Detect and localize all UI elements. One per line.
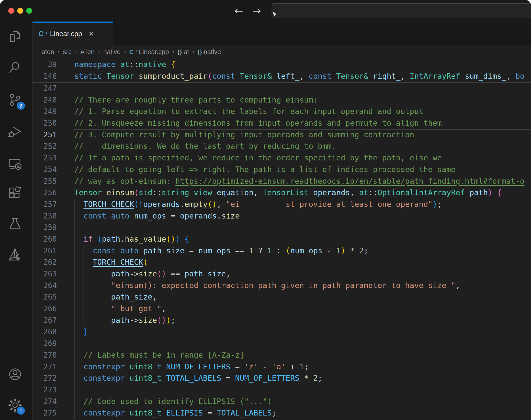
- line-number: 273: [32, 384, 57, 396]
- breadcrumb-item-native[interactable]: native: [103, 48, 121, 56]
- zoom-window-button[interactable]: [26, 8, 32, 14]
- code-line[interactable]: 260 if (path.has_value()) {: [32, 233, 531, 245]
- code-lines: 247248// There are roughly three parts t…: [32, 83, 531, 419]
- sidebar-item-remote-explorer[interactable]: [7, 156, 23, 171]
- breadcrumb-item-linear-cpp[interactable]: C++Linear.cpp: [129, 48, 169, 56]
- code-line[interactable]: 263 path->size() == path_size,: [32, 268, 531, 280]
- title-bar: ← →: [0, 0, 531, 22]
- navigate-forward-button[interactable]: →: [250, 0, 264, 22]
- code-line[interactable]: 274 // Code used to identify ELLIPSIS ("…: [32, 396, 531, 407]
- indent-guide: [74, 407, 75, 419]
- code-line[interactable]: 273: [32, 384, 531, 396]
- line-number: 272: [32, 373, 57, 384]
- code-line[interactable]: 255// way as opt-einsum: https://optimiz…: [32, 175, 531, 187]
- navigate-back-button[interactable]: ←: [232, 0, 246, 22]
- indent-guide: [83, 315, 84, 326]
- code-text: [32, 384, 531, 396]
- line-number: 247: [32, 83, 57, 94]
- indent-guide: [83, 268, 84, 280]
- code-line[interactable]: 258 const auto num_ops = operands.size: [32, 210, 531, 222]
- sidebar-item-settings[interactable]: 1: [7, 398, 23, 413]
- code-line[interactable]: 248// There are roughly three parts to c…: [32, 94, 531, 106]
- sidebar-item-search[interactable]: [7, 60, 23, 75]
- breadcrumb-item-at[interactable]: {}at: [178, 48, 189, 56]
- breadcrumb-item-aten[interactable]: aten: [42, 48, 54, 56]
- close-tab-icon[interactable]: ✕: [89, 30, 94, 38]
- code-text: // 1. Parse equation to extract the labe…: [32, 106, 531, 117]
- code-line[interactable]: 254// default to going left => right. Th…: [32, 164, 531, 175]
- indent-guide: [74, 245, 75, 257]
- line-number: 261: [32, 245, 57, 257]
- code-text: const auto path_size = num_ops == 1 ? 1 …: [32, 245, 531, 257]
- indent-guide: [74, 326, 75, 338]
- close-window-button[interactable]: [8, 8, 14, 14]
- breadcrumb-label: src: [63, 48, 72, 55]
- code-line[interactable]: 257 TORCH_CHECK(!operands.empty(), "ei s…: [32, 198, 531, 210]
- breadcrumb-item-native[interactable]: {}native: [198, 48, 221, 56]
- code-line[interactable]: 262 TORCH_CHECK(: [32, 256, 531, 268]
- line-number: 258: [32, 210, 57, 222]
- tab-linear-cpp[interactable]: C++ Linear.cpp ✕: [32, 22, 113, 45]
- files-icon: [7, 42, 23, 45]
- code-line-current[interactable]: 251// 3. Compute result by multiplying i…: [32, 129, 531, 141]
- code-line[interactable]: 268 }: [32, 326, 531, 338]
- code-line[interactable]: 270 // Labels must be in range [A-Za-z]: [32, 349, 531, 361]
- line-number: 266: [32, 303, 57, 315]
- sidebar-item-accounts[interactable]: [7, 367, 23, 382]
- code-editor[interactable]: 39namespace at::native {146static Tensor…: [32, 59, 531, 420]
- sidebar-item-explorer[interactable]: [7, 30, 23, 45]
- indent-guide: [93, 315, 93, 326]
- code-line[interactable]: 269: [32, 338, 531, 349]
- code-text: path_size,: [32, 291, 531, 303]
- code-line[interactable]: 265 path_size,: [32, 291, 531, 303]
- code-line[interactable]: 271 constexpr uint8_t NUM_OF_LETTERS = '…: [32, 361, 531, 373]
- indent-guide: [74, 268, 75, 280]
- code-line[interactable]: 250// 2. Unsqueeze missing dimensions fr…: [32, 117, 531, 129]
- line-number: 274: [32, 396, 57, 407]
- sidebar-item-cmake-tools[interactable]: [7, 247, 23, 262]
- sticky-scroll: 39namespace at::native {146static Tensor…: [32, 59, 531, 83]
- code-text: constexpr uint8_t NUM_OF_LETTERS = 'z' -…: [32, 361, 531, 373]
- indent-guide: [74, 384, 75, 396]
- breadcrumb-separator-icon: ›: [75, 47, 77, 56]
- minimize-window-button[interactable]: [17, 8, 23, 14]
- code-line[interactable]: 249// 1. Parse equation to extract the l…: [32, 106, 531, 117]
- sidebar-item-source-control[interactable]: 2: [7, 93, 23, 108]
- code-text: // 2. Unsqueeze missing dimensions from …: [32, 117, 531, 129]
- code-line[interactable]: 272 constexpr uint8_t TOTAL_LABELS = NUM…: [32, 373, 531, 384]
- code-line[interactable]: 259: [32, 222, 531, 233]
- code-line[interactable]: 252// dimensions. We do the last part by…: [32, 140, 531, 152]
- sidebar-item-run-debug[interactable]: [7, 125, 23, 140]
- line-number: 260: [32, 233, 57, 245]
- sidebar-item-extensions[interactable]: [7, 185, 23, 201]
- indent-guide: [74, 291, 75, 303]
- code-line[interactable]: 267 path->size());: [32, 315, 531, 326]
- line-number: 268: [32, 326, 57, 338]
- line-number: 39: [32, 59, 57, 70]
- extensions-icon: [7, 197, 23, 201]
- code-line[interactable]: 146static Tensor sumproduct_pair(const T…: [32, 70, 531, 82]
- indent-guide: [83, 245, 84, 257]
- code-text: }: [32, 326, 531, 338]
- code-line[interactable]: 266 " but got ",: [32, 303, 531, 315]
- code-line[interactable]: 261 const auto path_size = num_ops == 1 …: [32, 245, 531, 257]
- code-line[interactable]: 275 constexpr uint8_t ELLIPSIS = TOTAL_L…: [32, 407, 531, 419]
- indent-guide: [93, 291, 93, 303]
- indent-guide: [93, 268, 93, 280]
- breadcrumb-separator-icon: ›: [57, 47, 60, 56]
- code-line[interactable]: 39namespace at::native {: [32, 59, 531, 70]
- sidebar-item-testing[interactable]: [7, 216, 23, 232]
- breadcrumb-item-aten[interactable]: ATen: [80, 48, 94, 56]
- tab-label: Linear.cpp: [50, 30, 82, 38]
- indent-guide: [74, 396, 75, 407]
- code-line[interactable]: 264 "einsum(): expected contraction path…: [32, 280, 531, 291]
- code-line[interactable]: 247: [32, 83, 531, 94]
- line-number: 262: [32, 256, 57, 268]
- code-line[interactable]: 256Tensor einsum(std::string_view equati…: [32, 187, 531, 198]
- code-text: // default to going left => right. The p…: [32, 164, 531, 175]
- code-line[interactable]: 253// If a path is specified, we reduce …: [32, 152, 531, 164]
- tab-strip: C++ Linear.cpp ✕: [32, 22, 531, 45]
- command-center-search-input[interactable]: [272, 3, 531, 18]
- breadcrumb-item-src[interactable]: src: [63, 48, 72, 56]
- source-control-badge: 2: [17, 102, 25, 110]
